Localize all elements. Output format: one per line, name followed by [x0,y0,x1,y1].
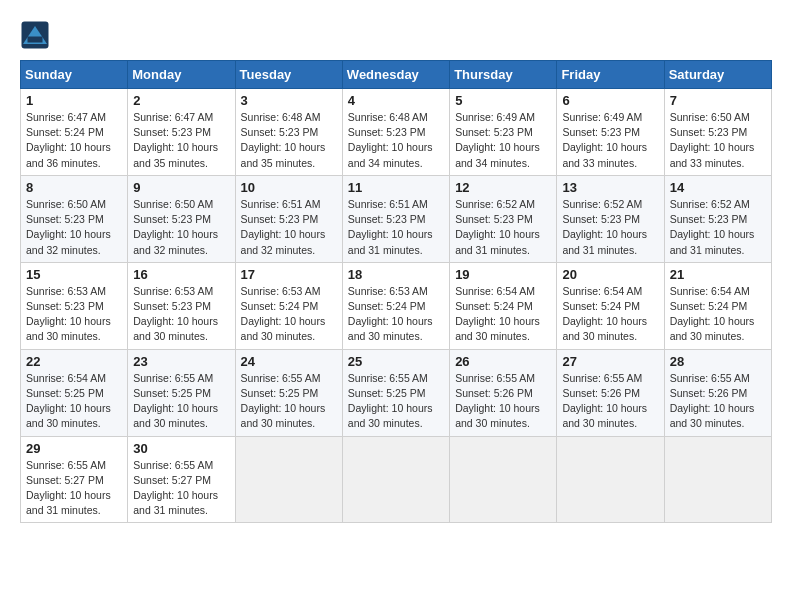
day-number: 14 [670,180,766,195]
calendar-cell: 7Sunrise: 6:50 AM Sunset: 5:23 PM Daylig… [664,89,771,176]
day-detail: Sunrise: 6:52 AM Sunset: 5:23 PM Dayligh… [670,197,766,258]
day-number: 16 [133,267,229,282]
day-detail: Sunrise: 6:48 AM Sunset: 5:23 PM Dayligh… [241,110,337,171]
day-number: 20 [562,267,658,282]
calendar-cell [557,436,664,523]
day-number: 1 [26,93,122,108]
day-number: 2 [133,93,229,108]
calendar-cell: 17Sunrise: 6:53 AM Sunset: 5:24 PM Dayli… [235,262,342,349]
day-number: 26 [455,354,551,369]
day-detail: Sunrise: 6:53 AM Sunset: 5:24 PM Dayligh… [241,284,337,345]
day-number: 19 [455,267,551,282]
calendar-cell: 14Sunrise: 6:52 AM Sunset: 5:23 PM Dayli… [664,175,771,262]
calendar-cell: 29Sunrise: 6:55 AM Sunset: 5:27 PM Dayli… [21,436,128,523]
day-detail: Sunrise: 6:52 AM Sunset: 5:23 PM Dayligh… [562,197,658,258]
header-day: Sunday [21,61,128,89]
calendar-week: 22Sunrise: 6:54 AM Sunset: 5:25 PM Dayli… [21,349,772,436]
calendar-cell [450,436,557,523]
day-detail: Sunrise: 6:54 AM Sunset: 5:25 PM Dayligh… [26,371,122,432]
calendar-cell: 8Sunrise: 6:50 AM Sunset: 5:23 PM Daylig… [21,175,128,262]
day-number: 13 [562,180,658,195]
day-detail: Sunrise: 6:53 AM Sunset: 5:24 PM Dayligh… [348,284,444,345]
calendar-cell: 3Sunrise: 6:48 AM Sunset: 5:23 PM Daylig… [235,89,342,176]
calendar-cell: 12Sunrise: 6:52 AM Sunset: 5:23 PM Dayli… [450,175,557,262]
calendar-cell: 25Sunrise: 6:55 AM Sunset: 5:25 PM Dayli… [342,349,449,436]
day-number: 10 [241,180,337,195]
day-detail: Sunrise: 6:53 AM Sunset: 5:23 PM Dayligh… [133,284,229,345]
day-detail: Sunrise: 6:55 AM Sunset: 5:25 PM Dayligh… [133,371,229,432]
day-detail: Sunrise: 6:53 AM Sunset: 5:23 PM Dayligh… [26,284,122,345]
calendar-week: 29Sunrise: 6:55 AM Sunset: 5:27 PM Dayli… [21,436,772,523]
day-detail: Sunrise: 6:55 AM Sunset: 5:26 PM Dayligh… [455,371,551,432]
day-number: 29 [26,441,122,456]
day-number: 11 [348,180,444,195]
day-detail: Sunrise: 6:55 AM Sunset: 5:26 PM Dayligh… [670,371,766,432]
calendar-cell: 18Sunrise: 6:53 AM Sunset: 5:24 PM Dayli… [342,262,449,349]
calendar-cell: 11Sunrise: 6:51 AM Sunset: 5:23 PM Dayli… [342,175,449,262]
calendar-cell: 1Sunrise: 6:47 AM Sunset: 5:24 PM Daylig… [21,89,128,176]
day-detail: Sunrise: 6:52 AM Sunset: 5:23 PM Dayligh… [455,197,551,258]
day-detail: Sunrise: 6:49 AM Sunset: 5:23 PM Dayligh… [562,110,658,171]
header-day: Friday [557,61,664,89]
calendar-week: 8Sunrise: 6:50 AM Sunset: 5:23 PM Daylig… [21,175,772,262]
calendar-table: SundayMondayTuesdayWednesdayThursdayFrid… [20,60,772,523]
day-number: 30 [133,441,229,456]
day-detail: Sunrise: 6:55 AM Sunset: 5:25 PM Dayligh… [348,371,444,432]
day-detail: Sunrise: 6:50 AM Sunset: 5:23 PM Dayligh… [26,197,122,258]
calendar-cell: 2Sunrise: 6:47 AM Sunset: 5:23 PM Daylig… [128,89,235,176]
day-number: 22 [26,354,122,369]
calendar-cell: 26Sunrise: 6:55 AM Sunset: 5:26 PM Dayli… [450,349,557,436]
calendar-cell: 28Sunrise: 6:55 AM Sunset: 5:26 PM Dayli… [664,349,771,436]
day-detail: Sunrise: 6:50 AM Sunset: 5:23 PM Dayligh… [670,110,766,171]
day-detail: Sunrise: 6:47 AM Sunset: 5:23 PM Dayligh… [133,110,229,171]
header-row: SundayMondayTuesdayWednesdayThursdayFrid… [21,61,772,89]
day-number: 27 [562,354,658,369]
day-detail: Sunrise: 6:54 AM Sunset: 5:24 PM Dayligh… [670,284,766,345]
day-number: 23 [133,354,229,369]
calendar-cell: 13Sunrise: 6:52 AM Sunset: 5:23 PM Dayli… [557,175,664,262]
calendar-week: 15Sunrise: 6:53 AM Sunset: 5:23 PM Dayli… [21,262,772,349]
header-day: Tuesday [235,61,342,89]
day-number: 21 [670,267,766,282]
calendar-cell [342,436,449,523]
calendar-cell: 23Sunrise: 6:55 AM Sunset: 5:25 PM Dayli… [128,349,235,436]
header-day: Monday [128,61,235,89]
day-number: 7 [670,93,766,108]
day-number: 24 [241,354,337,369]
calendar-cell [235,436,342,523]
day-number: 8 [26,180,122,195]
calendar-cell: 21Sunrise: 6:54 AM Sunset: 5:24 PM Dayli… [664,262,771,349]
day-number: 9 [133,180,229,195]
calendar-cell [664,436,771,523]
day-number: 28 [670,354,766,369]
header-day: Thursday [450,61,557,89]
page-header [20,20,772,50]
day-number: 17 [241,267,337,282]
calendar-cell: 5Sunrise: 6:49 AM Sunset: 5:23 PM Daylig… [450,89,557,176]
day-number: 25 [348,354,444,369]
calendar-cell: 15Sunrise: 6:53 AM Sunset: 5:23 PM Dayli… [21,262,128,349]
day-detail: Sunrise: 6:54 AM Sunset: 5:24 PM Dayligh… [455,284,551,345]
day-number: 3 [241,93,337,108]
day-detail: Sunrise: 6:55 AM Sunset: 5:26 PM Dayligh… [562,371,658,432]
calendar-cell: 24Sunrise: 6:55 AM Sunset: 5:25 PM Dayli… [235,349,342,436]
day-detail: Sunrise: 6:48 AM Sunset: 5:23 PM Dayligh… [348,110,444,171]
calendar-cell: 30Sunrise: 6:55 AM Sunset: 5:27 PM Dayli… [128,436,235,523]
day-number: 5 [455,93,551,108]
day-detail: Sunrise: 6:51 AM Sunset: 5:23 PM Dayligh… [348,197,444,258]
day-detail: Sunrise: 6:55 AM Sunset: 5:27 PM Dayligh… [133,458,229,519]
day-detail: Sunrise: 6:50 AM Sunset: 5:23 PM Dayligh… [133,197,229,258]
day-number: 12 [455,180,551,195]
calendar-cell: 22Sunrise: 6:54 AM Sunset: 5:25 PM Dayli… [21,349,128,436]
day-number: 6 [562,93,658,108]
header-day: Saturday [664,61,771,89]
calendar-cell: 20Sunrise: 6:54 AM Sunset: 5:24 PM Dayli… [557,262,664,349]
calendar-cell: 6Sunrise: 6:49 AM Sunset: 5:23 PM Daylig… [557,89,664,176]
day-detail: Sunrise: 6:51 AM Sunset: 5:23 PM Dayligh… [241,197,337,258]
calendar-cell: 27Sunrise: 6:55 AM Sunset: 5:26 PM Dayli… [557,349,664,436]
calendar-body: 1Sunrise: 6:47 AM Sunset: 5:24 PM Daylig… [21,89,772,523]
day-number: 18 [348,267,444,282]
logo-icon [20,20,50,50]
day-detail: Sunrise: 6:47 AM Sunset: 5:24 PM Dayligh… [26,110,122,171]
calendar-week: 1Sunrise: 6:47 AM Sunset: 5:24 PM Daylig… [21,89,772,176]
